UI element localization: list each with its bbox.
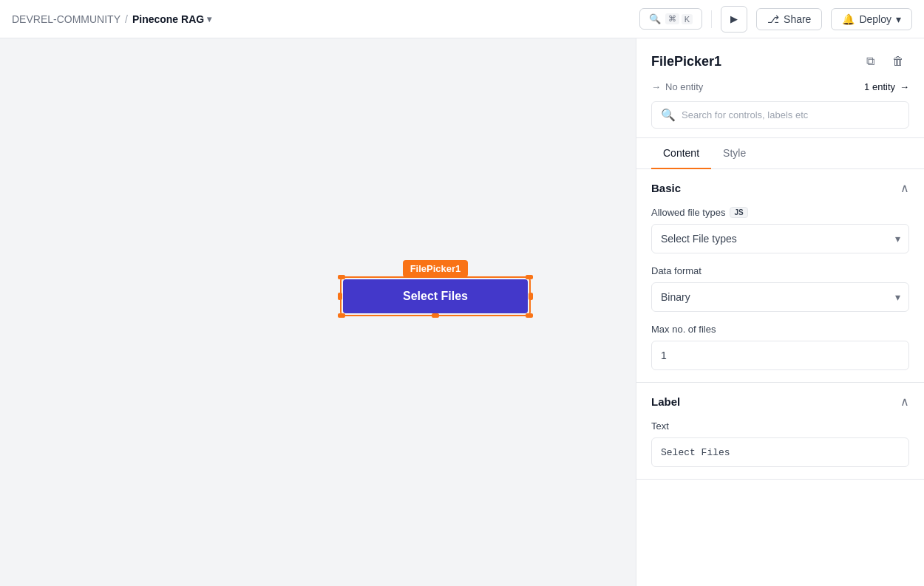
breadcrumb: DEVREL-COMMUNITY / Pinecone RAG ▾ (12, 13, 631, 25)
cmd-key: ⌘ (665, 13, 679, 24)
run-button[interactable]: ▶ (721, 6, 747, 33)
basic-section: Basic ∧ Allowed file types JS Select Fil… (636, 169, 924, 383)
no-entity: → No entity (651, 81, 703, 92)
label-collapse-icon[interactable]: ∧ (900, 395, 909, 409)
deploy-label: Deploy (859, 13, 891, 25)
trash-icon: 🗑 (892, 55, 904, 68)
widget-body: Select Files (340, 276, 531, 316)
label-section: Label ∧ Text (636, 383, 924, 480)
panel-title-row: FilePicker1 ⧉ 🗑 (651, 50, 909, 72)
tab-content-label: Content (663, 147, 699, 159)
deploy-chevron-icon: ▾ (896, 13, 901, 25)
breadcrumb-project-name: Pinecone RAG (132, 13, 204, 25)
bell-icon: 🔔 (842, 13, 855, 25)
search-controls-icon: 🔍 (661, 108, 676, 122)
breadcrumb-separator: / (125, 13, 128, 25)
text-field-label: Text (651, 420, 909, 432)
handle-bottom-middle[interactable] (432, 313, 439, 318)
deploy-button[interactable]: 🔔 Deploy ▾ (831, 8, 912, 30)
share-button[interactable]: ⎇ Share (756, 8, 822, 30)
allowed-file-types-label: Allowed file types JS (651, 207, 909, 218)
right-panel: FilePicker1 ⧉ 🗑 → No entity 1 entity (636, 38, 924, 586)
entity-row: → No entity 1 entity → (651, 81, 909, 92)
search-controls-input[interactable] (682, 109, 900, 120)
panel-header: FilePicker1 ⧉ 🗑 → No entity 1 entity (636, 38, 924, 138)
label-section-content: Text (636, 420, 924, 479)
panel-icons: ⧉ 🗑 (859, 50, 909, 72)
play-icon: ▶ (730, 13, 738, 24)
tab-content[interactable]: Content (651, 138, 711, 169)
file-types-select[interactable]: Select File types (651, 224, 909, 253)
widget-container: FilePicker1 Select Files (340, 260, 531, 316)
max-files-label: Max no. of files (651, 324, 909, 335)
main-layout: FilePicker1 Select Files FilePicker1 ⧉ (0, 38, 924, 586)
select-files-button[interactable]: Select Files (343, 279, 528, 313)
search-button[interactable]: 🔍 ⌘ K (639, 8, 702, 30)
search-icon: 🔍 (649, 13, 661, 24)
canvas[interactable]: FilePicker1 Select Files (0, 38, 636, 586)
tab-style[interactable]: Style (711, 138, 758, 169)
collapse-icon[interactable]: ∧ (900, 181, 909, 195)
data-format-select[interactable]: Binary Base64 Text (651, 282, 909, 312)
copy-icon: ⧉ (866, 55, 874, 68)
handle-bottom-left[interactable] (338, 313, 345, 318)
handle-bottom-right[interactable] (526, 313, 533, 318)
js-badge: JS (730, 207, 747, 218)
label-section-header: Label ∧ (636, 383, 924, 420)
copy-button[interactable]: ⧉ (859, 50, 881, 72)
widget-label-tag: FilePicker1 (403, 260, 469, 277)
search-shortcut-key: ⌘ K (665, 13, 693, 24)
panel-title: FilePicker1 (651, 54, 721, 69)
arrow-right-icon: → (651, 81, 661, 92)
basic-section-title: Basic (651, 182, 681, 194)
handle-top-left[interactable] (338, 275, 345, 279)
search-controls: 🔍 (651, 101, 909, 129)
panel-body: Basic ∧ Allowed file types JS Select Fil… (636, 169, 924, 586)
breadcrumb-project[interactable]: Pinecone RAG ▾ (132, 13, 211, 25)
handle-middle-left[interactable] (338, 293, 342, 300)
header-divider (711, 10, 712, 28)
delete-button[interactable]: 🗑 (887, 50, 909, 72)
label-section-title: Label (651, 395, 680, 408)
basic-section-content: Allowed file types JS Select File types … (636, 207, 924, 382)
tab-style-label: Style (723, 147, 746, 159)
data-format-label: Data format (651, 265, 909, 276)
chevron-down-icon: ▾ (207, 14, 211, 24)
file-types-select-wrapper: Select File types // Populate select pla… (651, 224, 909, 253)
share-label: Share (784, 13, 811, 25)
one-entity[interactable]: 1 entity → (864, 81, 909, 92)
label-text-input[interactable] (651, 437, 909, 467)
data-format-select-wrapper: Binary Base64 Text (651, 282, 909, 312)
arrow-right-entity-icon: → (900, 81, 909, 92)
breadcrumb-org: DEVREL-COMMUNITY (12, 13, 120, 25)
header: DEVREL-COMMUNITY / Pinecone RAG ▾ 🔍 ⌘ K … (0, 0, 924, 38)
no-entity-label: No entity (665, 81, 703, 92)
one-entity-label: 1 entity (864, 81, 895, 92)
k-key: K (682, 14, 693, 24)
basic-section-header: Basic ∧ (636, 169, 924, 207)
handle-middle-right[interactable] (529, 293, 533, 300)
handle-top-right[interactable] (526, 275, 533, 279)
tabs-row: Content Style (636, 138, 924, 169)
share-icon: ⎇ (767, 13, 779, 25)
max-files-input[interactable] (651, 341, 909, 370)
